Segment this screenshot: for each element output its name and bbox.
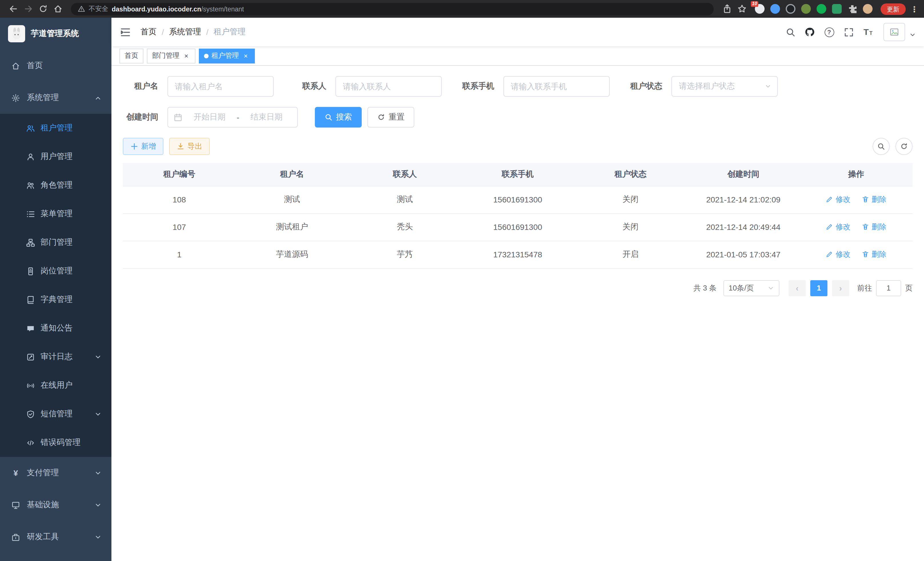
page-size-select[interactable]: 10条/页 (723, 280, 779, 296)
date-range-picker[interactable]: 开始日期 - 结束日期 (167, 107, 298, 128)
browser-back-icon[interactable] (6, 2, 21, 16)
pagination-total: 共 3 条 (693, 283, 717, 293)
sidebar-item-sms[interactable]: 短信管理 (0, 400, 111, 428)
close-icon[interactable] (182, 52, 190, 60)
breadcrumb: 首页 / 系统管理 / 租户管理 (141, 27, 246, 37)
sidebar-item-label: 菜单管理 (40, 209, 73, 219)
font-size-icon[interactable] (860, 23, 877, 41)
sidebar-item-system[interactable]: 系统管理 (0, 82, 111, 114)
tag-home[interactable]: 首页 (119, 48, 143, 63)
column-header: 操作 (800, 163, 913, 186)
contact-input[interactable] (335, 76, 442, 97)
sidebar-item-label: 研发工具 (27, 532, 59, 542)
close-icon[interactable] (242, 52, 250, 60)
prev-page-button[interactable] (789, 280, 806, 296)
page-number-active[interactable]: 1 (810, 280, 827, 296)
role-users-icon (26, 181, 35, 190)
goto-page-input[interactable] (876, 280, 901, 296)
sidebar-item-user[interactable]: 用户管理 (0, 142, 111, 171)
browser-forward-icon[interactable] (21, 2, 35, 16)
extension-icon-2[interactable] (770, 4, 780, 14)
url-domain: dashboard.yudao.iocoder.cn (112, 5, 201, 12)
refresh-table-icon[interactable] (896, 138, 913, 155)
tag-tenant[interactable]: 租户管理 (199, 48, 255, 63)
not-secure-warning-icon (78, 5, 85, 13)
sidebar-item-errorcode[interactable]: 错误码管理 (0, 428, 111, 457)
table-header-row: 租户编号 租户名 联系人 联系手机 租户状态 创建时间 操作 (123, 163, 913, 186)
profile-avatar-icon[interactable] (863, 4, 873, 14)
sidebar-item-role[interactable]: 角色管理 (0, 171, 111, 200)
sidebar-item-home[interactable]: 首页 (0, 50, 111, 82)
tenant-name-input[interactable] (167, 76, 274, 97)
chevron-down-icon (94, 501, 102, 509)
delete-link[interactable]: 删除 (862, 249, 886, 260)
chevron-down-icon (767, 284, 774, 291)
chrome-update-button[interactable]: 更新 (880, 3, 906, 15)
export-button[interactable]: 导出 (169, 138, 210, 155)
breadcrumb-home[interactable]: 首页 (141, 27, 157, 37)
breadcrumb-system[interactable]: 系统管理 (169, 27, 201, 37)
sidebar: 芋道管理系统 首页 系统管理 租户管理 (0, 18, 111, 561)
sidebar-item-notice[interactable]: 通知公告 (0, 314, 111, 343)
edit-link[interactable]: 修改 (826, 194, 850, 205)
active-dot (204, 53, 208, 58)
user-avatar[interactable] (884, 23, 905, 41)
sidebar-item-label: 部门管理 (40, 237, 73, 248)
sidebar-item-menu[interactable]: 菜单管理 (0, 200, 111, 228)
breadcrumb-current: 租户管理 (214, 27, 246, 37)
sidebar-menu: 首页 系统管理 租户管理 用户管理 (0, 50, 111, 553)
sidebar-item-post[interactable]: 岗位管理 (0, 257, 111, 285)
avatar-caret-down-icon[interactable] (909, 32, 916, 38)
sidebar-item-dict[interactable]: 字典管理 (0, 285, 111, 314)
cell-tenant-name: 测试租户 (236, 213, 349, 241)
extension-icon-6[interactable] (832, 4, 842, 14)
toggle-search-icon[interactable] (873, 138, 890, 155)
fullscreen-icon[interactable] (840, 23, 857, 41)
extension-icon-1[interactable]: 10 (755, 4, 765, 14)
reset-button[interactable]: 重置 (368, 107, 414, 128)
sidebar-item-audit[interactable]: 审计日志 (0, 343, 111, 371)
add-button[interactable]: 新增 (123, 138, 164, 155)
browser-reload-icon[interactable] (35, 2, 50, 16)
breadcrumb-separator: / (206, 27, 208, 37)
pencil-icon (826, 223, 833, 231)
sidebar-item-dept[interactable]: 部门管理 (0, 228, 111, 257)
sidebar-item-online[interactable]: 在线用户 (0, 371, 111, 400)
logo-row[interactable]: 芋道管理系统 (0, 18, 111, 50)
extensions-puzzle-icon[interactable] (848, 4, 857, 14)
sidebar-item-label: 首页 (27, 61, 43, 71)
help-icon[interactable] (820, 23, 838, 41)
cell-status: 开启 (574, 241, 687, 268)
delete-link[interactable]: 删除 (862, 194, 886, 205)
browser-menu-icon[interactable] (910, 4, 918, 14)
search-button[interactable]: 搜索 (315, 107, 362, 128)
next-page-button[interactable] (832, 280, 849, 296)
extension-icon-5[interactable] (817, 4, 826, 14)
bookmark-star-icon[interactable] (734, 2, 749, 16)
sidebar-item-infra[interactable]: 基础设施 (0, 489, 111, 521)
tag-dept[interactable]: 部门管理 (147, 48, 195, 63)
extension-icon-3[interactable] (786, 4, 795, 14)
edit-link[interactable]: 修改 (826, 249, 850, 260)
sidebar-toggle-icon[interactable] (111, 27, 140, 38)
browser-home-icon[interactable] (50, 2, 65, 16)
delete-link[interactable]: 删除 (862, 222, 886, 232)
header-search-icon[interactable] (782, 23, 799, 41)
sms-shield-icon (26, 410, 35, 418)
extension-icon-4[interactable] (801, 4, 811, 14)
toolbar-right (873, 138, 913, 155)
share-icon[interactable] (719, 2, 734, 16)
sidebar-item-payment[interactable]: ¥ 支付管理 (0, 457, 111, 489)
sidebar-item-devtools[interactable]: 研发工具 (0, 521, 111, 553)
column-header: 租户名 (236, 163, 349, 186)
edit-link[interactable]: 修改 (826, 222, 850, 232)
refresh-icon (900, 142, 908, 150)
sidebar-item-tenant[interactable]: 租户管理 (0, 114, 111, 142)
github-icon[interactable] (801, 23, 818, 41)
status-select[interactable]: 请选择租户状态 (671, 76, 778, 97)
export-button-label: 导出 (188, 141, 202, 152)
url-text: dashboard.yudao.iocoder.cn/system/tenant (112, 5, 244, 12)
menu-list-icon (26, 210, 35, 218)
phone-input[interactable] (503, 76, 610, 97)
address-bar[interactable]: 不安全 dashboard.yudao.iocoder.cn/system/te… (71, 3, 714, 15)
